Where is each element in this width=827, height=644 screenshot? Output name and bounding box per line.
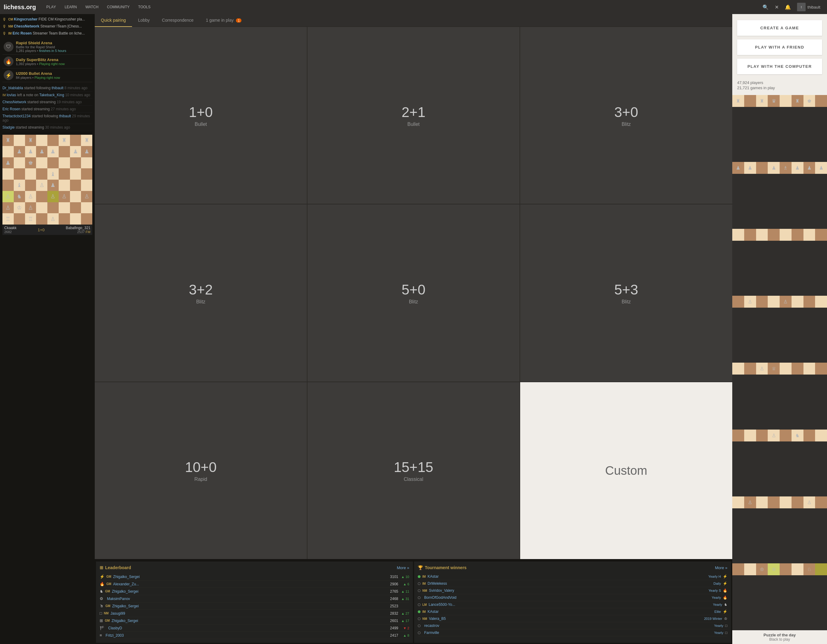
avatar: t xyxy=(797,3,806,11)
tab-game-in-play[interactable]: 1 game in play 1 xyxy=(200,14,248,26)
mode-icon: ≡ xyxy=(100,633,102,638)
leaderboard-header: ⊞ Leaderboard More » xyxy=(100,565,409,570)
winner-row[interactable]: Farmville Yearly □ xyxy=(418,629,727,636)
logo[interactable]: lichess.org xyxy=(4,4,36,11)
leaderboard-row[interactable]: □ NM Jasugi99 2832 ▲ 27 xyxy=(100,610,409,617)
streamer-item[interactable]: 🎙 CM Kingscrusher FIDE CM Kingscrusher p… xyxy=(2,16,92,23)
pairing-cell-10plus0[interactable]: 10+0 Rapid xyxy=(95,382,307,559)
user-menu[interactable]: t thibault xyxy=(794,3,823,11)
leaderboard-row[interactable]: 🖱 GM Zhigalko_Sergei 2523 xyxy=(100,602,409,610)
winner-row[interactable]: IM DrMelekess Daily ⚡ xyxy=(418,580,727,587)
streamer-item[interactable]: 🎙 IM Eric Rosen Streamer Team Battle on … xyxy=(2,30,92,37)
winner-row[interactable]: IM KAstar Elite ⚡ xyxy=(418,608,727,615)
puzzle-chess-board: ♜ ♜ ♛ ♜ ♚ ♟ ♟ ♟ ♗ ♟ ♟ ♟ xyxy=(732,95,827,630)
pairing-grid: 1+0 Bullet 2+1 Bullet 3+0 Blitz 3+2 Blit… xyxy=(95,27,732,559)
pairing-cell-15plus15[interactable]: 15+15 Classical xyxy=(307,382,520,559)
leaderboard-row[interactable]: ⚡ GM Zhigalko_Sergei 3101 ▲ 10 xyxy=(100,573,409,580)
mode-icon: ⚡ xyxy=(100,574,105,579)
winner-row[interactable]: NM Valera_B5 2019 Winter ♔ xyxy=(418,615,727,622)
tournament-winners-title: 🏆 Tournament winners xyxy=(418,565,467,570)
pairing-cell-3plus0[interactable]: 3+0 Blitz xyxy=(520,27,732,204)
leaderboard-row[interactable]: 🔥 GM Alexander_Zu... 2906 ▲ 6 xyxy=(100,580,409,588)
pairing-time: 5+0 xyxy=(402,281,425,298)
tournament-item[interactable]: 🔥 Daily SuperBlitz Arena 1,392 players •… xyxy=(2,55,92,69)
close-icon[interactable]: ✕ xyxy=(772,4,782,10)
pairing-cell-2plus1[interactable]: 2+1 Bullet xyxy=(307,27,520,204)
tournament-item[interactable]: 🛡 Rapid Shield Arena Battle for the Rapi… xyxy=(2,39,92,55)
tabs-bar: Quick pairing Lobby Correspondence 1 gam… xyxy=(95,14,732,27)
leaderboard-row[interactable]: 🏴 ClasbyD 2499 ▼ 2 xyxy=(100,624,409,632)
pairing-mode: Blitz xyxy=(622,122,631,127)
leaderboard-row[interactable]: ⚙ MaksimPanov 2468 ▲ 31 xyxy=(100,595,409,602)
mic-icon: 🎙 xyxy=(2,24,6,29)
leaderboard-row[interactable]: ⊞ GM Zhigalko_Sergei 2601 ▲ 17 xyxy=(100,617,409,624)
notification-icon[interactable]: 🔔 xyxy=(782,4,794,10)
nav-tools[interactable]: TOOLS xyxy=(134,0,154,14)
pairing-time: 5+3 xyxy=(614,281,638,298)
header: lichess.org PLAY LEARN WATCH COMMUNITY T… xyxy=(0,0,827,14)
mic-icon: 🎙 xyxy=(2,17,6,22)
streamer-list: 🎙 CM Kingscrusher FIDE CM Kingscrusher p… xyxy=(2,16,92,37)
mic-icon: 🎙 xyxy=(2,31,6,36)
winner-row[interactable]: BornOfGodAndVoid Yearly 🔥 xyxy=(418,594,727,601)
winner-row[interactable]: IM KAstar Yearly H ⚡ xyxy=(418,573,727,580)
leaderboard-row[interactable]: ♞ GM Zhigalko_Sergei 2765 ▲ 11 xyxy=(100,588,409,595)
live-game-panel[interactable]: ♜ ♜ ♜ ♜ ♟ ♟ ♟ ♟ ♟ ♟ ♟ ♚ xyxy=(2,135,92,235)
pairing-time: Custom xyxy=(605,464,647,477)
activity-item: Thetacticbot1234 started following thiba… xyxy=(2,113,92,124)
pairing-cell-5plus0[interactable]: 5+0 Blitz xyxy=(307,204,520,381)
leaderboard-title: ⊞ Leaderboard xyxy=(100,565,131,570)
puzzle-board-panel[interactable]: ♜ ♜ ♛ ♜ ♚ ♟ ♟ ♟ ♗ ♟ ♟ ♟ xyxy=(732,95,827,644)
pairing-time: 10+0 xyxy=(185,459,217,476)
tab-correspondence[interactable]: Correspondence xyxy=(156,14,200,26)
trophy-icon: ⊞ xyxy=(100,565,103,570)
pairing-time: 15+15 xyxy=(394,459,433,476)
nav-learn[interactable]: LEARN xyxy=(60,0,81,14)
pairing-cell-custom[interactable]: Custom xyxy=(520,382,732,559)
streamer-item[interactable]: 🎙 NM ChessNetwork Streamer !Team [Chess.… xyxy=(2,23,92,30)
mode-icon: 🔥 xyxy=(100,582,105,586)
action-buttons: CREATE A GAME PLAY WITH A FRIEND PLAY WI… xyxy=(732,14,827,80)
activity-item: ChessNetwork started streaming 19 minute… xyxy=(2,99,92,106)
leaderboard-more-link[interactable]: More » xyxy=(397,566,409,570)
play-friend-button[interactable]: PLAY WITH A FRIEND xyxy=(737,39,822,55)
mode-icon: □ xyxy=(100,611,102,616)
pairing-mode: Blitz xyxy=(622,299,631,305)
tournament-winners-header: 🏆 Tournament winners More » xyxy=(418,565,727,570)
nav-watch[interactable]: WATCH xyxy=(81,0,103,14)
game-badge: 1 xyxy=(236,18,242,23)
mode-icon: 🖱 xyxy=(100,603,104,608)
leaderboard-row[interactable]: ≡ Fritzi_2003 2417 ▲ 8 xyxy=(100,632,409,639)
winner-row[interactable]: LM Lance5500-Yo... Yearly ♞ xyxy=(418,601,727,608)
tournament-winners-panel: 🏆 Tournament winners More » IM KAstar Ye… xyxy=(414,561,731,643)
tab-quick-pairing[interactable]: Quick pairing xyxy=(95,14,132,27)
pairing-cell-5plus3[interactable]: 5+3 Blitz xyxy=(520,204,732,381)
pairing-mode: Blitz xyxy=(196,299,205,305)
flame-icon: 🔥 xyxy=(4,56,14,66)
pairing-cell-1plus0[interactable]: 1+0 Bullet xyxy=(95,27,307,204)
winners-more-link[interactable]: More » xyxy=(715,566,727,570)
search-icon[interactable]: 🔍 xyxy=(760,4,772,10)
activity-item: Dr_blablabla started following thibault … xyxy=(2,85,92,92)
mode-icon: ⚙ xyxy=(100,596,103,601)
pairing-mode: Classical xyxy=(404,477,423,482)
create-game-button[interactable]: CREATE A GAME xyxy=(737,20,822,36)
mode-icon: 🏴 xyxy=(100,626,105,630)
pairing-time: 3+0 xyxy=(614,104,638,120)
leaderboard-panel: ⊞ Leaderboard More » ⚡ GM Zhigalko_Serge… xyxy=(96,561,413,643)
pairing-time: 1+0 xyxy=(189,104,213,120)
chess-board: ♜ ♜ ♜ ♜ ♟ ♟ ♟ ♟ ♟ ♟ ♟ ♚ xyxy=(2,135,92,225)
nav-community[interactable]: COMMUNITY xyxy=(103,0,134,14)
nav-play[interactable]: PLAY xyxy=(42,0,61,14)
tab-lobby[interactable]: Lobby xyxy=(132,14,156,26)
shield-icon: 🛡 xyxy=(4,42,14,51)
pairing-cell-3plus2[interactable]: 3+2 Blitz xyxy=(95,204,307,381)
pairing-time: 3+2 xyxy=(189,281,213,298)
tournament-item[interactable]: ⚡ U2000 Bullet Arena 84 players • Playin… xyxy=(2,69,92,82)
trophy-icon: 🏆 xyxy=(418,565,423,570)
pairing-time: 2+1 xyxy=(402,104,425,120)
pairing-mode: Rapid xyxy=(194,477,207,482)
winner-row[interactable]: NM Sviridov_Valery Yearly S 🔥 xyxy=(418,587,727,594)
play-computer-button[interactable]: PLAY WITH THE COMPUTER xyxy=(737,59,822,74)
winner-row[interactable]: recastrov Yearly □ xyxy=(418,622,727,629)
